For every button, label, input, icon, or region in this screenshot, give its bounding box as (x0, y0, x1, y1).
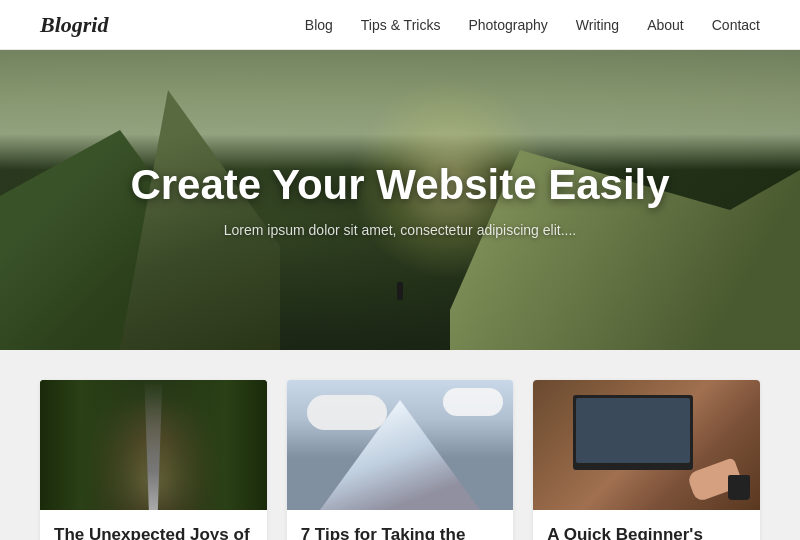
card-3-image (533, 380, 760, 510)
cloud-1 (307, 395, 387, 430)
laptop-image (533, 380, 760, 510)
hero-content: Create Your Website Easily Lorem ipsum d… (100, 162, 700, 238)
nav-writing[interactable]: Writing (576, 17, 619, 33)
blog-cards-section: The Unexpected Joys of Writing Posted on… (0, 350, 800, 540)
mountain-image (287, 380, 514, 510)
hero-figure (397, 282, 403, 300)
blog-card-2[interactable]: 7 Tips for Taking the Perfect Photo Fast… (287, 380, 514, 540)
cloud-2 (443, 388, 503, 416)
card-1-body: The Unexpected Joys of Writing Posted on… (40, 510, 267, 540)
hero-title: Create Your Website Easily (100, 162, 700, 208)
coffee-cup (728, 475, 750, 500)
nav-list: Blog Tips & Tricks Photography Writing A… (305, 16, 760, 34)
card-2-image (287, 380, 514, 510)
trees-right (165, 380, 267, 510)
nav-about[interactable]: About (647, 17, 684, 33)
nav-tips-tricks[interactable]: Tips & Tricks (361, 17, 441, 33)
trees-left (40, 380, 142, 510)
card-3-body: A Quick Beginner's Guide To Writing Post… (533, 510, 760, 540)
card-3-title: A Quick Beginner's Guide To Writing (547, 524, 746, 540)
card-1-image (40, 380, 267, 510)
header: Blogrid Blog Tips & Tricks Photography W… (0, 0, 800, 50)
nav-contact[interactable]: Contact (712, 17, 760, 33)
nav-blog[interactable]: Blog (305, 17, 333, 33)
nav-photography[interactable]: Photography (468, 17, 547, 33)
blog-card-1[interactable]: The Unexpected Joys of Writing Posted on… (40, 380, 267, 540)
card-1-title: The Unexpected Joys of Writing (54, 524, 253, 540)
card-2-title: 7 Tips for Taking the Perfect Photo Fast… (301, 524, 500, 540)
road-image (40, 380, 267, 510)
main-nav: Blog Tips & Tricks Photography Writing A… (305, 16, 760, 34)
blog-card-3[interactable]: A Quick Beginner's Guide To Writing Post… (533, 380, 760, 540)
card-2-body: 7 Tips for Taking the Perfect Photo Fast… (287, 510, 514, 540)
hero-section: Create Your Website Easily Lorem ipsum d… (0, 50, 800, 350)
logo[interactable]: Blogrid (40, 12, 108, 38)
laptop-screen (576, 398, 690, 463)
hero-subtitle: Lorem ipsum dolor sit amet, consectetur … (100, 222, 700, 238)
